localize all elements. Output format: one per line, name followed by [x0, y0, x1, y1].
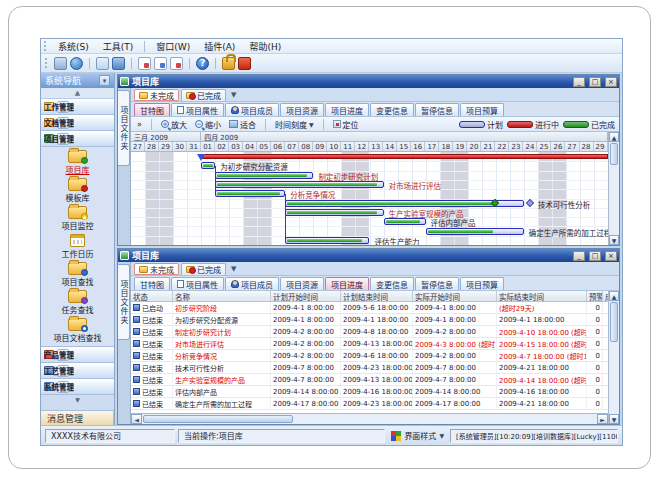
- sidebar-item-5[interactable]: 任务查找: [41, 289, 114, 317]
- menubar-grip[interactable]: [44, 41, 47, 51]
- sidebar-group-2[interactable]: 项目管理▲: [41, 131, 114, 147]
- task-bar[interactable]: [215, 172, 313, 179]
- sidebar-group-0[interactable]: 工作管理▼: [41, 99, 114, 115]
- table-row[interactable]: 已结束分析竞争情况2009-4-2 8:00:002009-4-6 18:00:…: [131, 350, 608, 362]
- maximize-button[interactable]: □: [589, 77, 601, 87]
- scroll-right-icon[interactable]: ►: [597, 414, 608, 424]
- table-row[interactable]: 已结束生产实验室规模的产品2009-4-7 8:00:002009-4-13 1…: [131, 374, 608, 386]
- sidebar-item-6[interactable]: 项目文档查找: [41, 317, 114, 345]
- task-bar[interactable]: [215, 190, 285, 197]
- scrollbar-thumb[interactable]: [143, 415, 293, 423]
- tab-view-1[interactable]: 项目属性: [171, 277, 224, 290]
- tab-view-1[interactable]: 项目属性: [171, 103, 224, 116]
- sidebar-item-0[interactable]: 项目库: [41, 149, 114, 177]
- scroll-up-icon[interactable]: ▲: [609, 291, 619, 301]
- task-bar[interactable]: [285, 209, 383, 216]
- scroll-track[interactable]: [609, 343, 619, 414]
- tab-filter-1[interactable]: 已完成: [181, 263, 226, 275]
- gantt-zoom_out-button[interactable]: −缩小: [193, 119, 223, 130]
- tab-view-6[interactable]: 暂停信息: [415, 277, 459, 290]
- more-buttons-icon[interactable]: »: [135, 120, 144, 129]
- tab-view-2[interactable]: 项目成员: [225, 103, 279, 116]
- menu-item-0[interactable]: 系统(S): [52, 39, 95, 54]
- sidebar-collapse-button[interactable]: ▲: [41, 88, 114, 99]
- tab-view-5[interactable]: 变更信息: [370, 277, 414, 290]
- task-bar[interactable]: [215, 181, 383, 188]
- menu-item-2[interactable]: 窗口(W): [150, 39, 196, 54]
- task-bar[interactable]: [201, 162, 215, 169]
- tab-view-3[interactable]: 项目资源: [280, 103, 324, 116]
- globe-icon[interactable]: [70, 57, 83, 70]
- table-row[interactable]: 已结束对市场进行评估2009-4-2 8:00:002009-4-13 18:0…: [131, 338, 608, 350]
- lock-icon[interactable]: [222, 57, 235, 70]
- folder-closed-icon[interactable]: [96, 57, 109, 70]
- toolbar-grip[interactable]: [45, 58, 48, 68]
- tab-filter-1[interactable]: 已完成: [181, 89, 226, 101]
- scroll-down-icon[interactable]: ▼: [609, 235, 619, 245]
- minimize-button[interactable]: _: [573, 77, 585, 87]
- close-button[interactable]: ×: [605, 251, 617, 261]
- sidebar-item-3[interactable]: 工作日历: [41, 233, 114, 261]
- pin-icon[interactable]: ▾: [99, 75, 110, 86]
- table-horizontal-scrollbar[interactable]: ◄►: [131, 413, 608, 424]
- gantt-zoom_in-button[interactable]: +放大: [159, 119, 189, 130]
- tab-view-0[interactable]: 甘特图: [134, 277, 170, 290]
- report3-icon[interactable]: [170, 57, 183, 70]
- tab-view-7[interactable]: 项目预算: [460, 103, 504, 116]
- scroll-track[interactable]: [294, 414, 597, 424]
- column-header-5[interactable]: 实际结束时间: [497, 291, 587, 301]
- tab-view-3[interactable]: 项目资源: [280, 277, 324, 290]
- table-row[interactable]: 已结束评估内部产品2009-4-14 8:00:002009-4-16 18:0…: [131, 386, 608, 398]
- exit-icon[interactable]: [238, 57, 251, 70]
- tab-view-4[interactable]: 项目进度: [325, 277, 369, 290]
- close-button[interactable]: ×: [605, 77, 617, 87]
- monitor-icon[interactable]: [54, 57, 67, 70]
- column-header-2[interactable]: 计划开始时间: [271, 291, 341, 301]
- scroll-up-icon[interactable]: ▲: [609, 132, 619, 142]
- column-header-6[interactable]: 预警: [587, 291, 603, 301]
- scrollbar-thumb[interactable]: [610, 143, 618, 165]
- sidebar-group-3[interactable]: 产品管理▼: [41, 347, 114, 363]
- table-row[interactable]: 已结束为初步研究分配资源2009-4-1 8:00:002009-4-1 18:…: [131, 314, 608, 326]
- scroll-track[interactable]: [609, 166, 619, 235]
- table-vertical-scrollbar[interactable]: ▲▼: [608, 291, 619, 424]
- scroll-down-icon[interactable]: ▼: [609, 414, 619, 424]
- sidebar-group-1[interactable]: 文档管理▼: [41, 115, 114, 131]
- tab-filter-0[interactable]: 未完成: [134, 89, 179, 101]
- tab-view-5[interactable]: 变更信息: [370, 103, 414, 116]
- menu-item-3[interactable]: 插件(A): [198, 39, 241, 54]
- column-header-1[interactable]: 名称: [173, 291, 271, 301]
- table-row[interactable]: 已结束确定生产所需的加工过程2009-4-17 8:00:002009-4-23…: [131, 398, 608, 410]
- column-header-0[interactable]: 状态: [131, 291, 173, 301]
- tab-overflow-icon[interactable]: ▼: [228, 265, 239, 275]
- minimize-button[interactable]: _: [573, 251, 585, 261]
- sidebar-item-2[interactable]: ★项目监控: [41, 205, 114, 233]
- sidebar-item-4[interactable]: 项目查找: [41, 261, 114, 289]
- gantt-vertical-scrollbar[interactable]: ▲▼: [608, 132, 619, 245]
- sidebar-group-5[interactable]: 系统管理▼: [41, 379, 114, 395]
- tab-overflow-icon[interactable]: ▼: [228, 91, 239, 101]
- column-header-4[interactable]: 实际开始时间: [413, 291, 497, 301]
- maximize-button[interactable]: □: [589, 251, 601, 261]
- sidebar-group-4[interactable]: 工艺管理▼: [41, 363, 114, 379]
- sidebar-more-chevron-icon[interactable]: ▼: [41, 395, 114, 404]
- timescale-dropdown[interactable]: 时间刻度▼: [273, 119, 316, 130]
- tab-view-6[interactable]: 暂停信息: [415, 103, 459, 116]
- tab-view-7[interactable]: 项目预算: [460, 277, 504, 290]
- sidebar-item-1[interactable]: 模板库: [41, 177, 114, 205]
- report1-icon[interactable]: [138, 57, 151, 70]
- tab-filter-0[interactable]: 未完成: [134, 263, 179, 275]
- tab-view-2[interactable]: 项目成员: [225, 277, 279, 290]
- tab-view-0[interactable]: 甘特图: [134, 103, 170, 116]
- tab-project-folders[interactable]: 项目文件夹: [118, 90, 130, 166]
- locate-button[interactable]: 定位: [331, 119, 361, 130]
- scroll-left-icon[interactable]: ◄: [131, 414, 142, 424]
- report2-icon[interactable]: [154, 57, 167, 70]
- task-bar[interactable]: [285, 200, 524, 207]
- table-row[interactable]: 已结束技术可行性分析2009-4-7 8:00:002009-4-23 18:0…: [131, 362, 608, 374]
- gantt-fit-button[interactable]: 适合: [227, 119, 258, 130]
- interface-style-button[interactable]: 界面样式 ▼: [388, 430, 447, 441]
- help-icon[interactable]: ?: [196, 57, 209, 70]
- table-row[interactable]: 已启动初步研究阶段2009-4-1 8:00:002009-5-6 18:00:…: [131, 302, 608, 314]
- table-row[interactable]: 已结束制定初步研究计划2009-4-2 8:00:002009-4-8 18:0…: [131, 326, 608, 338]
